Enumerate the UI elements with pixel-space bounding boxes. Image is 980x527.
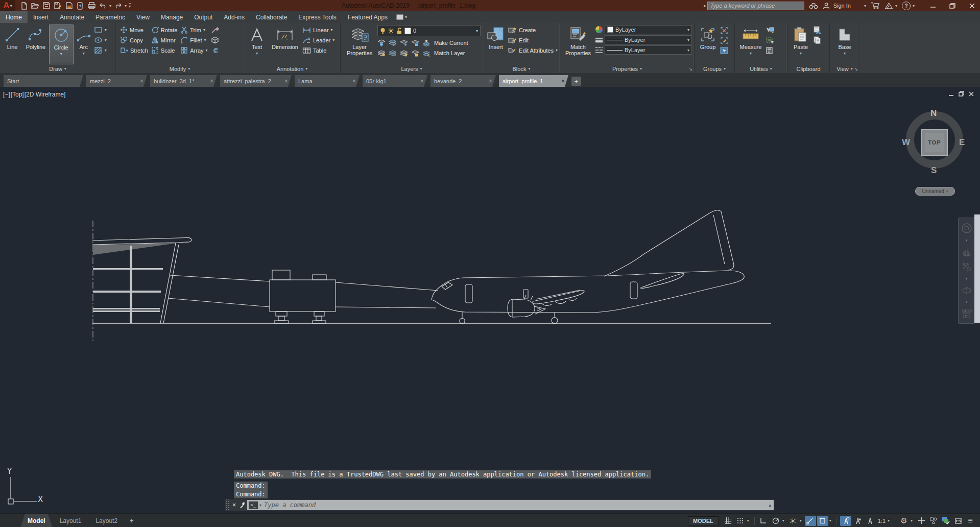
ellipse-button[interactable]: ▾ [94, 35, 113, 45]
groups-panel-label[interactable]: Groups▾ [695, 64, 734, 73]
command-close-button[interactable]: × [230, 500, 238, 510]
workspace-gear-icon[interactable]: ⚙ [898, 516, 910, 526]
linear-button[interactable]: Linear▾ [302, 25, 336, 35]
match-layer-label[interactable]: Match Layer [434, 50, 465, 56]
navbar-caret[interactable]: ▾ [966, 300, 968, 304]
close-icon[interactable]: × [352, 78, 356, 85]
view-launcher-icon[interactable]: ↘ [854, 66, 858, 71]
view-panel-label[interactable]: View▾↘ [830, 64, 859, 73]
tab-layout1[interactable]: Layout1 [53, 514, 89, 527]
layer-lock-icon[interactable] [411, 39, 419, 46]
linetype-select[interactable]: ByLayer▾ [605, 45, 692, 55]
osnap-caret-icon[interactable]: ▾ [829, 518, 833, 523]
trim-button[interactable]: Trim▾ [180, 25, 207, 35]
layer-select[interactable]: 0 ▾ [377, 25, 481, 36]
viewport-minimize-control[interactable]: [−] [3, 91, 10, 98]
layer-properties-button[interactable]: Layer Properties [343, 25, 376, 64]
viewport-visual-style-control[interactable]: [2D Wireframe] [25, 91, 66, 98]
viewcube-east[interactable]: E [959, 137, 965, 148]
match-layer-icon[interactable] [422, 50, 431, 57]
viewcube-north[interactable]: N [930, 108, 937, 118]
snap-caret-icon[interactable]: ▾ [747, 518, 751, 523]
command-dock-grip[interactable] [225, 499, 230, 511]
user-icon[interactable] [823, 2, 830, 9]
tab-view[interactable]: View [131, 11, 155, 23]
doc-tab-mezzi_2[interactable]: mezzi_2× [86, 75, 147, 87]
annotation-scale-icon[interactable] [865, 516, 876, 526]
ungroup-button[interactable] [720, 25, 731, 35]
workspace-caret-icon[interactable]: ▾ [911, 518, 915, 523]
make-current-icon[interactable] [422, 39, 431, 46]
arc-flyout-caret[interactable]: ▾ [83, 51, 85, 57]
qat-customize-icon[interactable]: ▾ [129, 3, 131, 9]
paste-button[interactable]: Paste ▾ [790, 25, 812, 64]
airplane[interactable] [432, 210, 744, 324]
cut-clip-button[interactable] [813, 25, 825, 35]
text-button[interactable]: Text ▾ [246, 25, 268, 64]
navbar-caret[interactable]: ▾ [966, 238, 968, 243]
scale-button[interactable]: Scale [151, 45, 177, 55]
help-caret-icon[interactable]: ▾ [913, 4, 915, 8]
close-icon[interactable]: × [489, 78, 492, 85]
mirror-button[interactable]: Mirror [151, 35, 177, 45]
properties-panel-label[interactable]: Properties▾↘ [560, 64, 694, 73]
block-panel-label[interactable]: Block▾ [483, 64, 560, 73]
overkill-button[interactable] [211, 45, 222, 55]
layer-on-all-icon[interactable] [377, 50, 386, 57]
edit-block-button[interactable]: Edit [508, 35, 558, 45]
annotation-autoscale-toggle[interactable] [852, 516, 864, 526]
command-input[interactable] [263, 501, 767, 509]
doc-tab-bulldozer_3d_1[interactable]: bulldozer_3d_1*× [150, 75, 217, 87]
quick-calculator-button[interactable] [766, 45, 778, 55]
new-layout-button[interactable]: + [125, 514, 139, 527]
layer-freeze-icon[interactable] [400, 39, 408, 46]
doc-tab-bevande_2[interactable]: bevande_2× [431, 75, 496, 87]
hardware-acceleration-toggle[interactable] [940, 516, 951, 526]
table-button[interactable]: Table [302, 45, 336, 55]
text-flyout-caret[interactable]: ▾ [256, 51, 258, 57]
viewcube-south[interactable]: S [931, 165, 937, 176]
save-button[interactable] [42, 1, 51, 10]
array-button[interactable]: Array▾ [180, 45, 207, 55]
annotation-scale-value[interactable]: 1:1 [877, 518, 887, 524]
jet-bridge[interactable] [168, 270, 438, 323]
viewcube-top-face[interactable]: TOP [921, 129, 948, 156]
snap-mode-toggle[interactable] [735, 516, 746, 526]
polar-tracking-toggle[interactable] [770, 516, 781, 526]
quick-select-button[interactable] [766, 25, 778, 35]
rectangle-button[interactable]: ▾ [94, 25, 113, 35]
drawing-minimize-button[interactable] [948, 91, 954, 97]
layer-match-move-icon[interactable] [389, 50, 397, 57]
tab-annotate[interactable]: Annotate [54, 11, 90, 23]
viewcube-west[interactable]: W [902, 137, 910, 148]
hatch-button[interactable]: ▾ [94, 45, 113, 55]
select-similar-button[interactable] [766, 35, 778, 45]
isolate-objects-toggle[interactable] [928, 516, 939, 526]
modify-panel-label[interactable]: Modify▾ [116, 64, 244, 73]
doc-tab-start[interactable]: Start [4, 75, 83, 87]
edit-attributes-button[interactable]: Edit Attributes▾ [508, 45, 558, 55]
orbit-icon[interactable] [961, 285, 972, 296]
tab-manage[interactable]: Manage [155, 11, 188, 23]
app-store-cart-icon[interactable] [871, 2, 880, 9]
doc-tab-05r-klg1[interactable]: 05r-klg1× [363, 75, 427, 87]
stretch-button[interactable]: Stretch [120, 45, 148, 55]
ucs-icon[interactable]: Y X [7, 467, 43, 504]
group-edit-button[interactable] [720, 35, 731, 45]
layer-thaw-icon[interactable] [400, 50, 408, 57]
ortho-mode-toggle[interactable] [758, 516, 769, 526]
layer-isolate-icon[interactable] [389, 39, 397, 46]
circle-flyout-caret[interactable]: ▾ [60, 51, 62, 57]
base-flyout-caret[interactable]: ▾ [844, 51, 846, 57]
new-drawing-tab-button[interactable]: + [571, 77, 581, 86]
fillet-button[interactable]: Fillet▾ [180, 35, 207, 45]
new-file-button[interactable] [19, 1, 29, 10]
a360-caret-icon[interactable]: ▾ [895, 4, 897, 8]
mobile-sync-button[interactable] [76, 1, 85, 10]
erase-button[interactable] [211, 25, 222, 35]
paste-flyout-caret[interactable]: ▾ [800, 51, 802, 57]
polar-caret-icon[interactable]: ▾ [782, 518, 786, 523]
redo-caret-icon[interactable]: ▾ [125, 4, 127, 8]
scrollbar[interactable] [974, 214, 980, 323]
autodesk-a360-icon[interactable] [885, 3, 893, 9]
